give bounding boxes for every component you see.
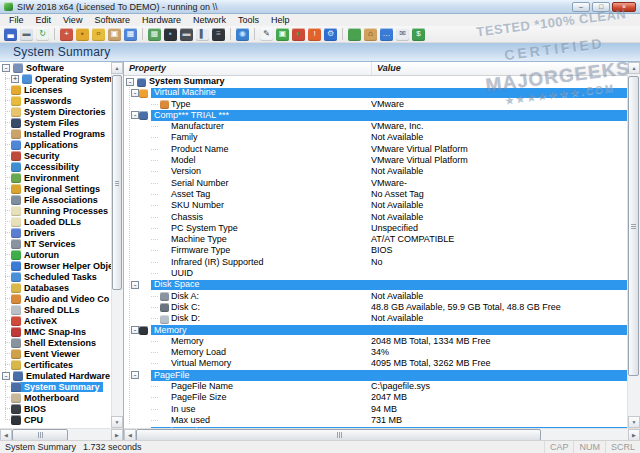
table-row[interactable]: Virtual Memory 4095 MB Total, 3262 MB Fr… bbox=[124, 358, 627, 369]
sidebar-item[interactable]: Regional Settings bbox=[0, 183, 111, 194]
table-row[interactable]: PC System Type Unspecified bbox=[124, 223, 627, 234]
sidebar-item[interactable]: Certificates bbox=[0, 359, 111, 370]
table-row[interactable]: Memory 2048 MB Total, 1334 MB Free bbox=[124, 336, 627, 347]
sidebar-item[interactable]: Loaded DLLs bbox=[0, 216, 111, 227]
sidebar-item[interactable]: Databases bbox=[0, 282, 111, 293]
table-row[interactable]: Version Not Available bbox=[124, 166, 627, 177]
table-row[interactable]: SKU Number Not Available bbox=[124, 200, 627, 211]
sidebar-item[interactable]: Event Viewer bbox=[0, 348, 111, 359]
sidebar-item[interactable]: Accessibility bbox=[0, 161, 111, 172]
sidebar-item[interactable]: Audio and Video Co bbox=[0, 293, 111, 304]
table-row[interactable]: Machine Type AT/AT COMPATIBLE bbox=[124, 234, 627, 245]
table-row[interactable]: Chassis Not Available bbox=[124, 212, 627, 223]
menu-network[interactable]: Network bbox=[187, 14, 232, 26]
menu-hardware[interactable]: Hardware bbox=[136, 14, 187, 26]
scroll-down-icon[interactable]: ▼ bbox=[628, 416, 640, 428]
menu-tools[interactable]: Tools bbox=[232, 14, 265, 26]
siw-website-button[interactable] bbox=[348, 28, 361, 41]
sidebar-item[interactable]: System Files bbox=[0, 117, 111, 128]
refresh-button[interactable]: ↻ bbox=[36, 28, 49, 41]
main-vscrollbar[interactable]: ▲ ▼ bbox=[627, 62, 640, 428]
sidebar-item[interactable]: Licenses bbox=[0, 84, 111, 95]
sidebar-item[interactable]: Passwords bbox=[0, 95, 111, 106]
toolbar-separator[interactable] bbox=[254, 28, 255, 40]
menu-help[interactable]: Help bbox=[265, 14, 296, 26]
scroll-up-icon[interactable]: ▲ bbox=[628, 62, 640, 74]
sidebar-item[interactable]: NT Services bbox=[0, 238, 111, 249]
sidebar-item[interactable]: Scheduled Tasks bbox=[0, 271, 111, 282]
options-gear-button[interactable]: ⚙ bbox=[324, 28, 337, 41]
passwords-button[interactable]: ¤ bbox=[92, 28, 105, 41]
storage-button[interactable]: ≡ bbox=[212, 28, 225, 41]
table-row[interactable]: - Memory bbox=[124, 325, 627, 336]
table-row[interactable]: Serial Number VMware- bbox=[124, 178, 627, 189]
applications-button[interactable]: ▦ bbox=[124, 28, 137, 41]
sidebar-item[interactable]: + Operating System bbox=[0, 73, 111, 84]
tree-expander-box[interactable]: - bbox=[131, 281, 139, 289]
sidebar-item[interactable]: Running Processes bbox=[0, 205, 111, 216]
sidebar-item[interactable]: Motherboard bbox=[0, 392, 111, 403]
software-button[interactable]: + bbox=[60, 28, 73, 41]
sidebar-item[interactable]: System Directories bbox=[0, 106, 111, 117]
donate-button[interactable]: $ bbox=[412, 28, 425, 41]
table-row[interactable]: - Comp*** TRIAL *** bbox=[124, 110, 627, 121]
sidebar-item[interactable]: Applications bbox=[0, 139, 111, 150]
table-row[interactable]: Model VMware Virtual Platform bbox=[124, 155, 627, 166]
table-row[interactable]: UUID bbox=[124, 268, 627, 279]
display-button[interactable]: ▪ bbox=[164, 28, 177, 41]
tree-expander-box[interactable]: - bbox=[2, 372, 10, 380]
table-row[interactable]: Type VMware bbox=[124, 99, 627, 110]
toolbar-separator[interactable] bbox=[142, 28, 143, 40]
table-row[interactable]: Infrared (IR) Supported No bbox=[124, 257, 627, 268]
sidebar-item[interactable]: System Summary bbox=[0, 381, 111, 392]
sidebar-item[interactable]: Autorun bbox=[0, 249, 111, 260]
sidebar-item[interactable]: - Software bbox=[0, 62, 111, 73]
close-button[interactable]: × bbox=[612, 2, 636, 12]
eureka-log-button[interactable]: ▣ bbox=[276, 28, 289, 41]
sidebar-vscrollbar[interactable]: ▲ ▼ bbox=[111, 62, 123, 428]
sidebar-vscroll-thumb[interactable] bbox=[112, 75, 122, 290]
toolbar-separator[interactable] bbox=[342, 28, 343, 40]
motherboard-button[interactable]: ▦ bbox=[148, 28, 161, 41]
toolbar-separator[interactable] bbox=[230, 28, 231, 40]
tree-expander-box[interactable]: - bbox=[131, 89, 139, 97]
toolbar-separator[interactable] bbox=[54, 28, 55, 40]
sidebar-item[interactable]: - Emulated Hardware [V bbox=[0, 370, 111, 381]
menu-file[interactable]: File bbox=[3, 14, 30, 26]
value-column-header[interactable]: Value bbox=[371, 62, 401, 75]
save-button[interactable]: ▃ bbox=[4, 28, 17, 41]
table-row[interactable]: Asset Tag No Asset Tag bbox=[124, 189, 627, 200]
sidebar-item[interactable]: MMC Snap-Ins bbox=[0, 326, 111, 337]
sidebar-item[interactable]: File Associations bbox=[0, 194, 111, 205]
sidebar-item[interactable]: ActiveX bbox=[0, 315, 111, 326]
error-log-button[interactable]: ! bbox=[308, 28, 321, 41]
tree-expander-box[interactable]: - bbox=[131, 326, 139, 334]
tree-expander-box[interactable]: + bbox=[11, 75, 19, 83]
minimize-button[interactable]: – bbox=[572, 2, 590, 12]
network-button[interactable]: ◉ bbox=[236, 28, 249, 41]
table-row[interactable]: Disk C: 48.8 GB Available, 59.9 GB Total… bbox=[124, 302, 627, 313]
scroll-down-icon[interactable]: ▼ bbox=[111, 416, 123, 428]
scroll-right-icon[interactable]: ▶ bbox=[111, 429, 123, 440]
main-hscroll-thumb[interactable] bbox=[136, 429, 541, 440]
table-row[interactable]: Product Name VMware Virtual Platform bbox=[124, 144, 627, 155]
battery-button[interactable]: ▌ bbox=[196, 28, 209, 41]
menu-view[interactable]: View bbox=[57, 14, 88, 26]
sidebar-item[interactable]: Security bbox=[0, 150, 111, 161]
table-row[interactable]: - System Summary bbox=[124, 76, 627, 87]
sidebar-item[interactable]: Installed Programs bbox=[0, 128, 111, 139]
property-column-header[interactable]: Property bbox=[129, 62, 166, 75]
table-row[interactable]: PageFile Size 2047 MB bbox=[124, 392, 627, 403]
sidebar-hscroll-thumb[interactable] bbox=[12, 429, 68, 440]
table-row[interactable]: PageFile Name C:\pagefile.sys bbox=[124, 381, 627, 392]
scroll-up-icon[interactable]: ▲ bbox=[111, 62, 123, 74]
feedback-button[interactable]: … bbox=[380, 28, 393, 41]
sidebar-hscrollbar[interactable]: ◀ ▶ bbox=[0, 428, 123, 440]
sidebar-item[interactable]: Browser Helper Obje bbox=[0, 260, 111, 271]
installed-programs-button[interactable]: ▣ bbox=[108, 28, 121, 41]
table-row[interactable]: Firmware Type BIOS bbox=[124, 245, 627, 256]
scroll-left-icon[interactable]: ◀ bbox=[0, 429, 12, 440]
table-row[interactable]: - Disk Space bbox=[124, 279, 627, 290]
table-row[interactable]: In use 94 MB bbox=[124, 404, 627, 415]
scroll-left-icon[interactable]: ◀ bbox=[124, 429, 136, 440]
